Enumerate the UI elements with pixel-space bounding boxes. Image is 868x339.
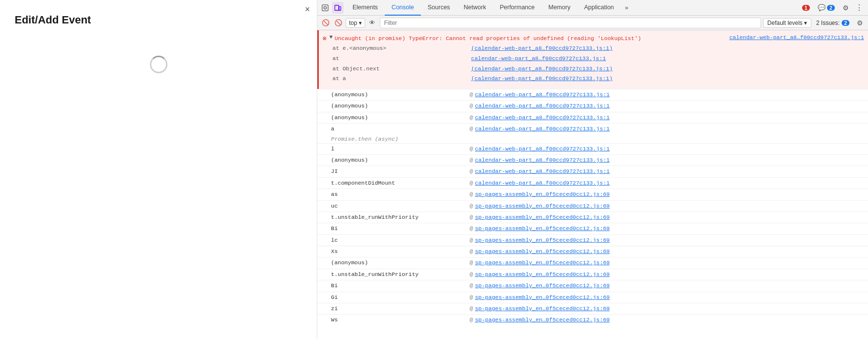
trace-label-14: (anonymous): [331, 258, 468, 267]
message-count-button[interactable]: 💬 2: [815, 3, 838, 12]
trace-link-18[interactable]: sp-pages-assembly_en…0f5ceced0cc12.js:69: [475, 304, 610, 313]
inspect-element-button[interactable]: [319, 2, 331, 14]
loading-spinner: [150, 56, 167, 73]
error-count-button[interactable]: 1: [799, 4, 813, 12]
trace-label-15: t.unstable_runWithPriority: [331, 270, 468, 279]
trace-row-13: Xs @ sp-pages-assembly_en…0f5ceced0cc12.…: [317, 246, 868, 257]
close-button[interactable]: ×: [305, 5, 310, 14]
default-levels-button[interactable]: Default levels ▾: [763, 18, 811, 28]
error-message: Uncaught (in promise) TypeError: Cannot …: [334, 34, 729, 42]
trace-at-10: @: [470, 213, 473, 222]
trace-row-9: uc @ sp-pages-assembly_en…0f5ceced0cc12.…: [317, 200, 868, 212]
tab-network[interactable]: Network: [457, 0, 493, 16]
tab-performance[interactable]: Performance: [493, 0, 542, 16]
settings-button[interactable]: ⚙: [840, 2, 851, 14]
console-output: ⊗ ▼ Uncaught (in promise) TypeError: Can…: [317, 30, 868, 339]
trace-link-14[interactable]: sp-pages-assembly_en…0f5ceced0cc12.js:69: [475, 258, 610, 267]
stack-link-2[interactable]: calendar-web-part_a8…f00ccd9727c133.js:1: [471, 54, 606, 64]
trace-link-17[interactable]: sp-pages-assembly_en…0f5ceced0cc12.js:69: [475, 293, 610, 302]
tab-sources[interactable]: Sources: [421, 0, 457, 16]
stack-line-2: at calendar-web-part_a8…f00ccd9727c133.j…: [332, 54, 864, 64]
error-source-link[interactable]: calendar-web-part_a8…f00ccd9727c133.js:1: [729, 34, 864, 41]
trace-at-13: @: [470, 247, 473, 256]
trace-link-19[interactable]: sp-pages-assembly_en…0f5ceced0cc12.js:69: [475, 316, 610, 324]
stack-line-1: at e.<anonymous> (calendar-web-part_a8…f…: [332, 43, 864, 54]
trace-link-6[interactable]: calendar-web-part_a8…f00ccd9727c133.js:1: [475, 167, 610, 176]
svg-rect-0: [322, 4, 328, 10]
toolbar-right: 1 💬 2 ⚙ ⋮: [799, 2, 868, 14]
tab-console[interactable]: Console: [385, 0, 421, 16]
stack-link-1[interactable]: (calendar-web-part_a8…f00ccd9727c133.js:…: [471, 43, 613, 54]
tab-memory[interactable]: Memory: [541, 0, 577, 16]
trace-label-10: t.unstable_runWithPriority: [331, 213, 468, 222]
trace-row-10: t.unstable_runWithPriority @ sp-pages-as…: [317, 212, 868, 223]
trace-row-12: lc @ sp-pages-assembly_en…0f5ceced0cc12.…: [317, 234, 868, 246]
trace-link-10[interactable]: sp-pages-assembly_en…0f5ceced0cc12.js:69: [475, 213, 610, 222]
trace-link-13[interactable]: sp-pages-assembly_en…0f5ceced0cc12.js:69: [475, 247, 610, 256]
trace-label-19: Ws: [331, 316, 468, 324]
trace-row-16: Bi @ sp-pages-assembly_en…0f5ceced0cc12.…: [317, 280, 868, 291]
trace-link-12[interactable]: sp-pages-assembly_en…0f5ceced0cc12.js:69: [475, 236, 610, 245]
trace-link-9[interactable]: sp-pages-assembly_en…0f5ceced0cc12.js:69: [475, 202, 610, 211]
stack-link-3[interactable]: (calendar-web-part_a8…f00ccd9727c133.js:…: [471, 64, 613, 74]
trace-row-1: (anonymous) @ calendar-web-part_a8…f00cc…: [317, 100, 868, 111]
left-panel: × Edit/Add Event: [0, 0, 317, 339]
trace-label-3: a: [331, 125, 468, 133]
levels-dropdown-icon: ▾: [804, 20, 807, 26]
trace-link-16[interactable]: sp-pages-assembly_en…0f5ceced0cc12.js:69: [475, 281, 610, 290]
tab-elements[interactable]: Elements: [346, 0, 385, 16]
trace-at-8: @: [470, 190, 473, 199]
eye-button[interactable]: 👁: [367, 18, 378, 28]
trace-label-13: Xs: [331, 247, 468, 256]
trace-link-8[interactable]: sp-pages-assembly_en…0f5ceced0cc12.js:69: [475, 190, 610, 199]
devtools-tabs: Elements Console Sources Network Perform…: [346, 0, 799, 16]
stack-link-4[interactable]: (calendar-web-part_a8…f00ccd9727c133.js:…: [471, 74, 613, 84]
console-toolbar: 🚫 🚫 top ▾ 👁 Default levels ▾ 2 Issues: 2…: [317, 16, 868, 30]
error-block: ⊗ ▼ Uncaught (in promise) TypeError: Can…: [317, 30, 868, 89]
stack-line-4: at a (calendar-web-part_a8…f00ccd9727c13…: [332, 74, 864, 84]
devtools-panel: Elements Console Sources Network Perform…: [317, 0, 868, 339]
trace-link-1[interactable]: calendar-web-part_a8…f00ccd9727c133.js:1: [475, 102, 610, 110]
async-row: Promise.then (async): [317, 135, 868, 143]
svg-point-1: [324, 6, 326, 9]
more-options-button[interactable]: ⋮: [853, 2, 865, 14]
trace-at-16: @: [470, 281, 473, 290]
devtools-toolbar: Elements Console Sources Network Perform…: [317, 0, 868, 16]
trace-link-4[interactable]: calendar-web-part_a8…f00ccd9727c133.js:1: [475, 145, 610, 153]
clear-console-button[interactable]: 🚫: [320, 18, 331, 28]
trace-at-0: @: [470, 90, 473, 99]
trace-label-4: l: [331, 145, 468, 153]
trace-at-6: @: [470, 167, 473, 176]
trace-label-12: lc: [331, 236, 468, 245]
trace-link-15[interactable]: sp-pages-assembly_en…0f5ceced0cc12.js:69: [475, 270, 610, 279]
trace-link-3[interactable]: calendar-web-part_a8…f00ccd9727c133.js:1: [475, 125, 610, 133]
expand-arrow-icon[interactable]: ▼: [330, 34, 333, 40]
trace-row-7: t.componentDidMount @ calendar-web-part_…: [317, 177, 868, 189]
filter-input[interactable]: [380, 18, 761, 28]
trace-link-11[interactable]: sp-pages-assembly_en…0f5ceced0cc12.js:69: [475, 224, 610, 233]
stack-label-1: at e.<anonymous>: [332, 43, 469, 54]
trace-row-14: (anonymous) @ sp-pages-assembly_en…0f5ce…: [317, 257, 868, 268]
stack-line-3: at Object.next (calendar-web-part_a8…f00…: [332, 64, 864, 74]
svg-rect-2: [335, 5, 339, 10]
console-settings-button[interactable]: ⚙: [854, 18, 865, 28]
tab-application[interactable]: Application: [577, 0, 620, 16]
trace-row-0: (anonymous) @ calendar-web-part_a8…f00cc…: [317, 89, 868, 100]
device-toolbar-button[interactable]: [332, 2, 344, 14]
disable-filter-button[interactable]: 🚫: [333, 18, 344, 28]
default-levels-label: Default levels: [767, 20, 803, 26]
trace-link-0[interactable]: calendar-web-part_a8…f00ccd9727c133.js:1: [475, 90, 610, 99]
trace-link-7[interactable]: calendar-web-part_a8…f00ccd9727c133.js:1: [475, 179, 610, 188]
trace-at-18: @: [470, 304, 473, 313]
trace-at-4: @: [470, 145, 473, 153]
trace-link-5[interactable]: calendar-web-part_a8…f00ccd9727c133.js:1: [475, 156, 610, 165]
trace-link-2[interactable]: calendar-web-part_a8…f00ccd9727c133.js:1: [475, 113, 610, 122]
context-selector[interactable]: top ▾: [346, 18, 365, 28]
issues-button[interactable]: 2 Issues: 2: [813, 19, 852, 27]
more-tabs-button[interactable]: »: [621, 2, 633, 14]
trace-at-5: @: [470, 156, 473, 165]
svg-rect-3: [339, 6, 341, 10]
message-badge: 2: [827, 5, 835, 11]
trace-label-17: Gi: [331, 293, 468, 302]
toolbar-icons-left: [317, 2, 346, 14]
